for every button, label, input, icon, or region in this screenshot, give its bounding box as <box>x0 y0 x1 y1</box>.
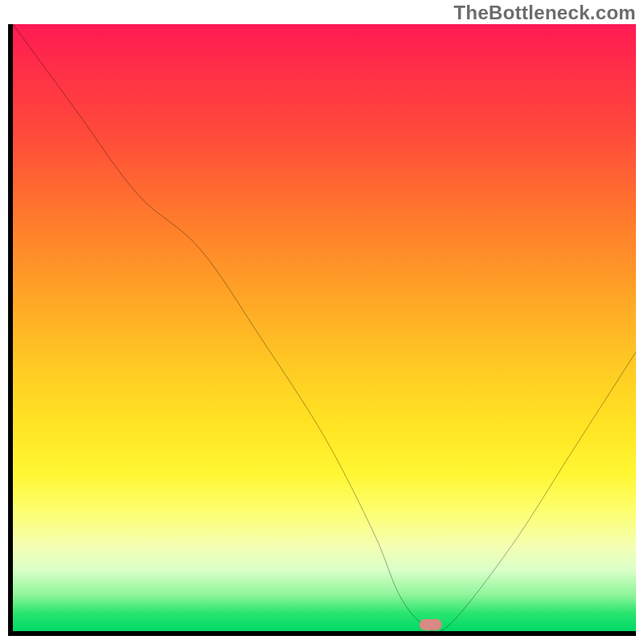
plot-area <box>8 24 636 636</box>
optimal-point-marker <box>419 619 442 630</box>
chart-stage: TheBottleneck.com <box>0 0 644 644</box>
watermark-text: TheBottleneck.com <box>454 2 636 24</box>
x-axis-line <box>8 631 636 636</box>
axes <box>8 24 636 636</box>
y-axis-line <box>8 24 13 636</box>
